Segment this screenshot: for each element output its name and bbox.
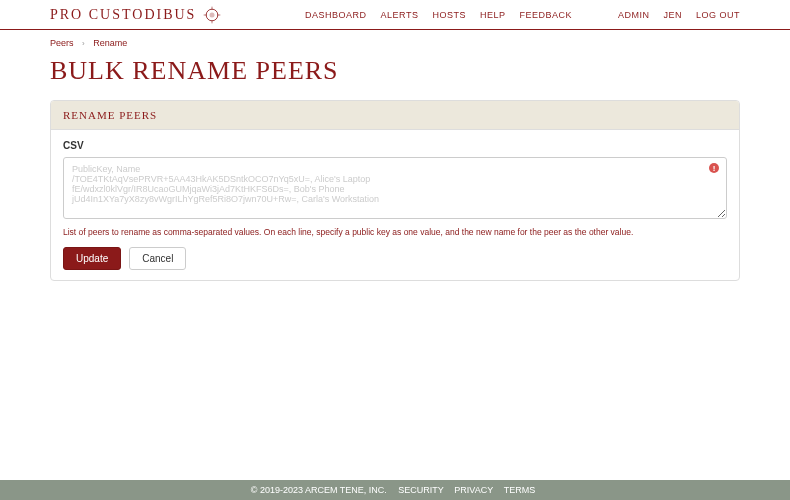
breadcrumb-separator: › [82,39,85,48]
nav-alerts[interactable]: ALERTS [381,10,419,20]
nav-dashboard[interactable]: DASHBOARD [305,10,367,20]
card-header: RENAME PEERS [51,101,739,130]
brand-logo-icon [202,5,222,25]
nav-feedback[interactable]: FEEDBACK [519,10,572,20]
nav-hosts[interactable]: HOSTS [432,10,466,20]
nav-admin[interactable]: ADMIN [618,10,650,20]
brand-text: PRO CUSTODIBUS [50,7,196,23]
button-row: Update Cancel [63,247,727,270]
footer-security[interactable]: SECURITY [398,485,444,495]
nav-help[interactable]: HELP [480,10,506,20]
footer-copyright: © 2019-2023 ARCEM TENE, INC. [251,485,387,495]
nav-logout[interactable]: LOG OUT [696,10,740,20]
footer-terms[interactable]: TERMS [504,485,536,495]
card-body: CSV ! List of peers to rename as comma-s… [51,130,739,280]
footer-privacy[interactable]: PRIVACY [454,485,493,495]
csv-label: CSV [63,140,727,151]
svg-point-1 [210,12,215,17]
breadcrumb-rename[interactable]: Rename [93,38,127,48]
csv-help-text: List of peers to rename as comma-separat… [63,227,727,237]
rename-card: RENAME PEERS CSV ! List of peers to rena… [50,100,740,281]
footer: © 2019-2023 ARCEM TENE, INC. SECURITY PR… [0,480,790,500]
csv-textarea[interactable] [63,157,727,219]
page-title: BULK RENAME PEERS [50,56,740,86]
breadcrumb: Peers › Rename [50,30,740,52]
error-icon: ! [709,163,719,173]
breadcrumb-peers[interactable]: Peers [50,38,74,48]
main-nav: DASHBOARD ALERTS HOSTS HELP FEEDBACK ADM… [305,10,740,20]
nav-user[interactable]: JEN [663,10,682,20]
update-button[interactable]: Update [63,247,121,270]
cancel-button[interactable]: Cancel [129,247,186,270]
brand[interactable]: PRO CUSTODIBUS [50,5,222,25]
csv-field-wrap: ! [63,157,727,223]
